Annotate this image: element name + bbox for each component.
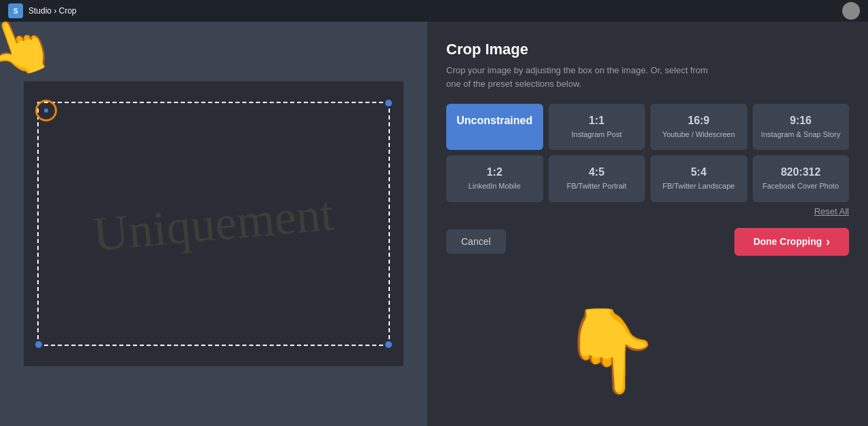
preset-1x1[interactable]: 1:1 Instagram Post <box>549 104 646 150</box>
preset-1x1-label: Instagram Post <box>554 130 640 139</box>
canvas-area[interactable]: Uniquement <box>24 81 403 366</box>
hand-emoji-pointing: 👇 <box>559 303 661 399</box>
preset-4x5-ratio: 4:5 <box>554 166 640 178</box>
crop-description: Crop your image by adjusting the box on … <box>446 64 717 90</box>
preset-1x1-ratio: 1:1 <box>554 115 640 127</box>
preset-grid: Unconstrained 1:1 Instagram Post 16:9 Yo… <box>446 104 849 202</box>
action-row: Cancel Done Cropping <box>446 228 849 256</box>
preset-9x16[interactable]: 9:16 Instagram & Snap Story <box>753 104 850 150</box>
breadcrumb-studio-link[interactable]: Studio <box>28 6 54 16</box>
crop-handle-br[interactable] <box>385 341 392 348</box>
preset-5x4-label: FB/Twitter Landscape <box>656 181 742 191</box>
preset-5x4-ratio: 5:4 <box>656 166 742 178</box>
right-panel: Crop Image Crop your image by adjusting … <box>427 22 868 426</box>
reset-all-row: Reset All <box>446 205 849 217</box>
top-bar: S Studio › Crop <box>0 0 868 22</box>
preset-16x9-ratio: 16:9 <box>656 115 742 127</box>
main-content: 👆 Uniquement Crop Image Crop your image … <box>0 22 868 426</box>
breadcrumb: Studio › Crop <box>28 6 77 16</box>
preset-16x9[interactable]: 16:9 Youtube / Widescreen <box>650 104 747 150</box>
crop-handle-orange[interactable] <box>35 100 57 121</box>
preset-5x4[interactable]: 5:4 FB/Twitter Landscape <box>650 155 747 201</box>
preset-4x5-label: FB/Twitter Portrait <box>554 181 640 191</box>
preset-9x16-label: Instagram & Snap Story <box>758 130 844 139</box>
preset-1x2-ratio: 1:2 <box>452 166 538 178</box>
done-cropping-button[interactable]: Done Cropping <box>734 228 849 256</box>
crop-handle-tr[interactable] <box>385 100 392 106</box>
preset-820x312-ratio: 820:312 <box>758 166 844 178</box>
preset-unconstrained-ratio: Unconstrained <box>452 115 538 127</box>
preset-1x2[interactable]: 1:2 LinkedIn Mobile <box>446 155 543 201</box>
crop-title: Crop Image <box>446 41 849 58</box>
preset-unconstrained[interactable]: Unconstrained <box>446 104 543 150</box>
crop-handle-bl[interactable] <box>35 341 42 348</box>
app-logo: S <box>8 3 23 18</box>
reset-all-button[interactable]: Reset All <box>814 206 849 216</box>
preset-4x5[interactable]: 4:5 FB/Twitter Portrait <box>549 155 646 201</box>
preset-820x312-label: Facebook Cover Photo <box>758 181 844 191</box>
cancel-button[interactable]: Cancel <box>446 229 506 254</box>
user-avatar[interactable] <box>842 2 860 20</box>
preset-1x2-label: LinkedIn Mobile <box>452 181 538 191</box>
preset-16x9-label: Youtube / Widescreen <box>656 130 742 139</box>
crop-overlay[interactable] <box>37 102 390 346</box>
preset-820x312[interactable]: 820:312 Facebook Cover Photo <box>753 155 850 201</box>
preset-9x16-ratio: 9:16 <box>758 115 844 127</box>
breadcrumb-current: Crop <box>59 6 77 16</box>
image-panel: 👆 Uniquement <box>0 22 427 426</box>
